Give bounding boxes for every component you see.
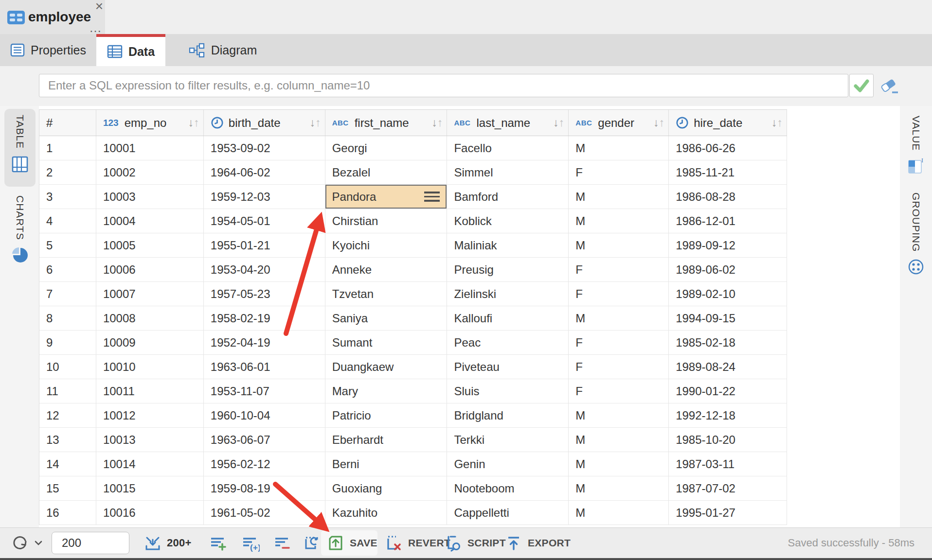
cell[interactable]: 10010 [96,355,204,379]
table-row[interactable]: 15100151959-08-19GuoxiangNooteboomM1987-… [39,476,787,501]
cell[interactable]: Preusig [447,258,569,282]
cell[interactable]: 1987-07-02 [669,476,787,501]
column-header-last_name[interactable]: ABClast_name↓↑ [447,110,569,136]
column-header-first_name[interactable]: ABCfirst_name↓↑ [325,110,448,136]
cell[interactable]: F [569,379,669,403]
cell[interactable]: 7 [39,282,96,306]
close-icon[interactable]: × [95,0,103,14]
cell[interactable]: 1994-09-15 [669,306,787,331]
apply-filter-button[interactable] [849,74,874,97]
sort-icon[interactable]: ↓↑ [431,117,447,128]
table-row[interactable]: 11100111953-11-07MarySluisF1990-01-22 [39,379,787,403]
cell[interactable]: 10015 [96,476,204,501]
cell[interactable]: 1961-05-02 [204,501,325,525]
cell[interactable]: 10011 [96,379,204,403]
cell[interactable]: 10016 [96,501,204,525]
cell[interactable]: 10009 [96,331,204,355]
cell[interactable]: M [569,233,669,258]
script-button[interactable]: SCRIPT [444,528,506,558]
cell[interactable]: 16 [39,501,96,525]
column-header-rownum[interactable]: # [39,110,96,136]
cell[interactable]: 9 [39,331,96,355]
panel-tab-grouping[interactable]: GROUPING [902,187,930,294]
cell[interactable]: 1953-09-02 [204,136,325,160]
cell[interactable]: Peac [447,331,569,355]
save-button[interactable]: SAVE [327,528,377,558]
column-header-emp_no[interactable]: 123emp_no↓↑ [96,110,204,136]
generate-value-button[interactable] [303,528,320,558]
table-row[interactable]: 8100081958-02-19SaniyaKalloufiM1994-09-1… [39,306,787,331]
sort-icon[interactable]: ↓↑ [771,117,787,128]
cell[interactable]: 10013 [96,428,204,452]
cell[interactable]: 6 [39,258,96,282]
cell[interactable]: Kalloufi [447,306,569,331]
cell[interactable]: 1986-06-26 [669,136,787,160]
cell[interactable]: 1989-02-10 [669,282,787,306]
cell[interactable]: F [569,160,669,185]
cell[interactable]: Cappelletti [447,501,569,525]
cell[interactable]: 10007 [96,282,204,306]
cell[interactable]: Sluis [447,379,569,403]
cell[interactable]: 4 [39,209,96,233]
table-row[interactable]: 9100091952-04-19SumantPeacF1985-02-18 [39,331,787,355]
more-options-icon[interactable]: … [89,22,102,33]
cell[interactable]: M [569,428,669,452]
cell[interactable]: 10014 [96,452,204,476]
refresh-button[interactable] [11,528,42,558]
cell[interactable]: Tzvetan [325,282,448,306]
cell[interactable]: Chirstian [325,209,448,233]
cell[interactable]: 1 [39,136,96,160]
cell[interactable]: 10006 [96,258,204,282]
cell[interactable]: 1953-04-20 [204,258,325,282]
column-header-hire_date[interactable]: hire_date↓↑ [669,110,787,136]
cell[interactable]: 1986-12-01 [669,209,787,233]
cell[interactable]: 1990-01-22 [669,379,787,403]
cell[interactable]: 5 [39,233,96,258]
sort-icon[interactable]: ↓↑ [310,117,325,128]
panel-tab-table[interactable]: TABLE [4,109,36,187]
cell[interactable]: Sumant [325,331,448,355]
cell[interactable]: 8 [39,306,96,331]
cell[interactable]: Kazuhito [325,501,448,525]
add-row-button[interactable] [209,528,227,558]
cell[interactable]: 10 [39,355,96,379]
cell[interactable]: 10001 [96,136,204,160]
cell[interactable]: 1986-08-28 [669,185,787,209]
cell[interactable]: Kyoichi [325,233,448,258]
cell[interactable]: F [569,258,669,282]
table-row[interactable]: 10100101963-06-01DuangkaewPiveteauF1989-… [39,355,787,379]
cell[interactable]: 1985-02-18 [669,331,787,355]
cell[interactable]: 1958-02-19 [204,306,325,331]
table-row[interactable]: 12100121960-10-04PatricioBridglandM1992-… [39,403,787,428]
cell[interactable]: 1963-06-07 [204,428,325,452]
table-row[interactable]: 16100161961-05-02KazuhitoCappellettiM199… [39,501,787,525]
cell[interactable]: F [569,355,669,379]
cell[interactable]: 1959-12-03 [204,185,325,209]
cell[interactable]: Maliniak [447,233,569,258]
delete-row-button[interactable] [273,528,291,558]
cell[interactable]: Koblick [447,209,569,233]
table-row[interactable]: 7100071957-05-23TzvetanZielinskiF1989-02… [39,282,787,306]
cell[interactable]: 1989-09-12 [669,233,787,258]
cell[interactable]: 13 [39,428,96,452]
cell[interactable]: 1953-11-07 [204,379,325,403]
cell[interactable]: Piveteau [447,355,569,379]
table-row[interactable]: 2100021964-06-02BezalelSimmelF1985-11-21 [39,160,787,185]
cell[interactable]: Georgi [325,136,448,160]
cell[interactable]: 10004 [96,209,204,233]
table-row[interactable]: 4100041954-05-01ChirstianKoblickM1986-12… [39,209,787,233]
cell[interactable]: 1963-06-01 [204,355,325,379]
clear-filter-button[interactable] [878,76,900,96]
duplicate-row-button[interactable]: (+) [241,528,260,558]
cell[interactable]: Simmel [447,160,569,185]
cell[interactable]: Eberhardt [325,428,448,452]
cell[interactable]: 1995-01-27 [669,501,787,525]
cell[interactable]: Bamford [447,185,569,209]
table-row[interactable]: 5100051955-01-21KyoichiMaliniakM1989-09-… [39,233,787,258]
column-header-gender[interactable]: ABCgender↓↑ [569,110,669,136]
cell[interactable]: 1964-06-02 [204,160,325,185]
cell[interactable]: 10012 [96,403,204,428]
cell[interactable]: F [569,331,669,355]
tab-data[interactable]: Data [96,34,165,66]
panel-tab-value[interactable]: VALUE I [902,110,930,186]
